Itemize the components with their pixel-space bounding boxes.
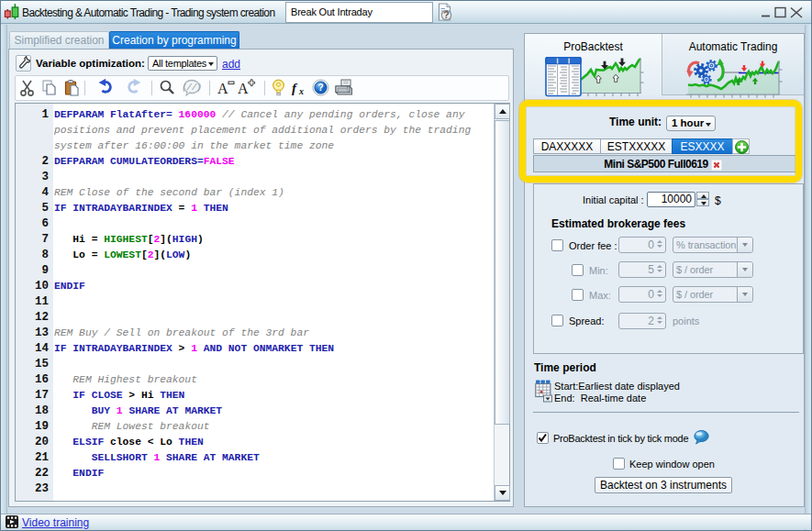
svg-text:A: A <box>238 81 249 96</box>
svg-text:f: f <box>292 81 298 95</box>
svg-text:x: x <box>298 86 304 96</box>
svg-text:?: ? <box>443 9 449 20</box>
svg-text:?: ? <box>317 82 323 93</box>
svg-text:A: A <box>217 81 228 96</box>
svg-text:(//): (//) <box>182 83 202 93</box>
